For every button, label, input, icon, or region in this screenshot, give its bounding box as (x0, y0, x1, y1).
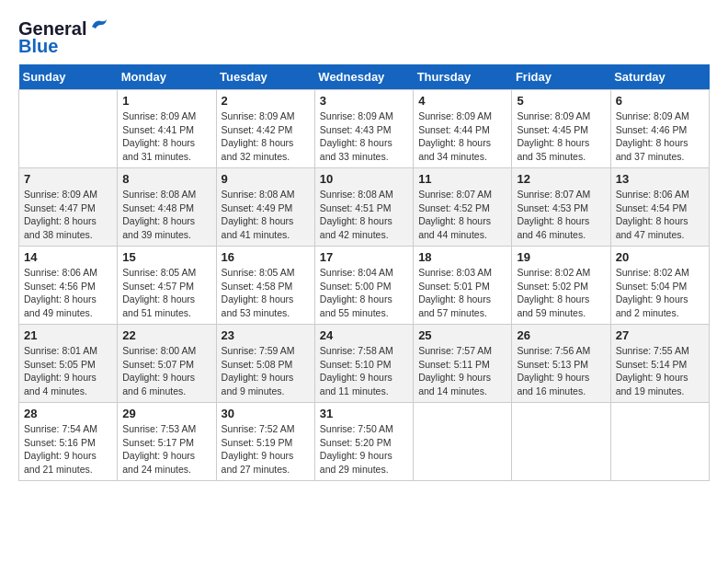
day-info: Sunrise: 8:09 AMSunset: 4:42 PMDaylight:… (222, 109, 310, 164)
day-info: Sunrise: 8:05 AMSunset: 4:57 PMDaylight:… (122, 266, 210, 320)
day-cell: 17Sunrise: 8:04 AMSunset: 5:00 PMDayligh… (314, 247, 413, 325)
day-number: 8 (122, 172, 210, 186)
day-number: 22 (122, 328, 210, 342)
day-number: 16 (222, 250, 310, 264)
day-number: 28 (24, 407, 112, 420)
day-cell: 16Sunrise: 8:05 AMSunset: 4:58 PMDayligh… (216, 247, 314, 325)
day-number: 25 (418, 328, 506, 342)
logo-blue-text: Blue (18, 36, 58, 57)
day-number: 31 (320, 407, 408, 420)
day-cell (610, 403, 709, 481)
day-cell: 14Sunrise: 8:06 AMSunset: 4:56 PMDayligh… (19, 247, 118, 325)
day-number: 6 (616, 94, 704, 108)
day-cell: 18Sunrise: 8:03 AMSunset: 5:01 PMDayligh… (414, 247, 512, 325)
day-info: Sunrise: 8:08 AMSunset: 4:51 PMDaylight:… (320, 188, 408, 242)
day-info: Sunrise: 8:09 AMSunset: 4:44 PMDaylight:… (418, 109, 506, 164)
day-info: Sunrise: 7:59 AMSunset: 5:08 PMDaylight:… (222, 344, 310, 398)
day-number: 26 (517, 328, 605, 342)
day-info: Sunrise: 8:04 AMSunset: 5:00 PMDaylight:… (320, 266, 408, 320)
week-row-4: 21Sunrise: 8:01 AMSunset: 5:05 PMDayligh… (19, 325, 710, 403)
day-info: Sunrise: 7:52 AMSunset: 5:19 PMDaylight:… (222, 422, 310, 477)
day-number: 11 (418, 172, 506, 186)
day-cell: 1Sunrise: 8:09 AMSunset: 4:41 PMDaylight… (118, 90, 216, 168)
page-header: General Blue (18, 18, 710, 57)
day-header-friday: Friday (512, 64, 610, 90)
day-number: 7 (24, 172, 112, 186)
day-cell: 5Sunrise: 8:09 AMSunset: 4:45 PMDaylight… (512, 90, 610, 168)
day-header-tuesday: Tuesday (216, 64, 314, 90)
day-cell: 22Sunrise: 8:00 AMSunset: 5:07 PMDayligh… (118, 325, 216, 403)
day-info: Sunrise: 8:09 AMSunset: 4:45 PMDaylight:… (517, 109, 605, 164)
day-number: 21 (24, 328, 112, 342)
day-cell: 10Sunrise: 8:08 AMSunset: 4:51 PMDayligh… (314, 168, 413, 247)
week-row-2: 7Sunrise: 8:09 AMSunset: 4:47 PMDaylight… (19, 168, 710, 247)
day-cell: 30Sunrise: 7:52 AMSunset: 5:19 PMDayligh… (216, 403, 314, 481)
day-info: Sunrise: 8:00 AMSunset: 5:07 PMDaylight:… (122, 344, 210, 398)
day-info: Sunrise: 8:05 AMSunset: 4:58 PMDaylight:… (222, 266, 310, 320)
day-info: Sunrise: 8:08 AMSunset: 4:48 PMDaylight:… (122, 188, 210, 242)
day-number: 9 (222, 172, 310, 186)
day-info: Sunrise: 8:08 AMSunset: 4:49 PMDaylight:… (222, 188, 310, 242)
day-info: Sunrise: 7:53 AMSunset: 5:17 PMDaylight:… (122, 422, 210, 477)
day-cell: 19Sunrise: 8:02 AMSunset: 5:02 PMDayligh… (512, 247, 610, 325)
day-number: 14 (24, 250, 112, 264)
day-cell: 2Sunrise: 8:09 AMSunset: 4:42 PMDaylight… (216, 90, 314, 168)
day-cell: 15Sunrise: 8:05 AMSunset: 4:57 PMDayligh… (118, 247, 216, 325)
day-cell: 28Sunrise: 7:54 AMSunset: 5:16 PMDayligh… (19, 403, 118, 481)
day-cell (512, 403, 610, 481)
day-number: 3 (320, 94, 408, 108)
day-number: 23 (222, 328, 310, 342)
day-number: 20 (616, 250, 704, 264)
day-info: Sunrise: 8:09 AMSunset: 4:43 PMDaylight:… (320, 109, 408, 164)
day-info: Sunrise: 8:07 AMSunset: 4:52 PMDaylight:… (418, 188, 506, 242)
calendar-table: SundayMondayTuesdayWednesdayThursdayFrid… (18, 64, 710, 481)
day-cell: 9Sunrise: 8:08 AMSunset: 4:49 PMDaylight… (216, 168, 314, 247)
day-number: 1 (122, 94, 210, 108)
day-header-sunday: Sunday (19, 64, 118, 90)
day-number: 17 (320, 250, 408, 264)
day-header-monday: Monday (118, 64, 216, 90)
day-info: Sunrise: 7:58 AMSunset: 5:10 PMDaylight:… (320, 344, 408, 398)
day-cell: 24Sunrise: 7:58 AMSunset: 5:10 PMDayligh… (314, 325, 413, 403)
day-header-wednesday: Wednesday (314, 64, 413, 90)
day-number: 29 (122, 407, 210, 420)
day-info: Sunrise: 7:55 AMSunset: 5:14 PMDaylight:… (616, 344, 704, 398)
logo: General Blue (18, 18, 108, 57)
day-cell: 8Sunrise: 8:08 AMSunset: 4:48 PMDaylight… (118, 168, 216, 247)
day-number: 19 (517, 250, 605, 264)
day-number: 5 (517, 94, 605, 108)
day-cell: 12Sunrise: 8:07 AMSunset: 4:53 PMDayligh… (512, 168, 610, 247)
day-number: 30 (222, 407, 310, 420)
day-cell: 3Sunrise: 8:09 AMSunset: 4:43 PMDaylight… (314, 90, 413, 168)
day-header-saturday: Saturday (610, 64, 709, 90)
day-info: Sunrise: 7:54 AMSunset: 5:16 PMDaylight:… (24, 422, 112, 477)
day-cell: 29Sunrise: 7:53 AMSunset: 5:17 PMDayligh… (118, 403, 216, 481)
day-info: Sunrise: 7:50 AMSunset: 5:20 PMDaylight:… (320, 422, 408, 477)
day-cell: 31Sunrise: 7:50 AMSunset: 5:20 PMDayligh… (314, 403, 413, 481)
week-row-5: 28Sunrise: 7:54 AMSunset: 5:16 PMDayligh… (19, 403, 710, 481)
day-info: Sunrise: 7:57 AMSunset: 5:11 PMDaylight:… (418, 344, 506, 398)
day-cell (414, 403, 512, 481)
day-info: Sunrise: 8:02 AMSunset: 5:04 PMDaylight:… (616, 266, 704, 320)
days-header-row: SundayMondayTuesdayWednesdayThursdayFrid… (19, 64, 710, 90)
day-cell: 20Sunrise: 8:02 AMSunset: 5:04 PMDayligh… (610, 247, 709, 325)
week-row-3: 14Sunrise: 8:06 AMSunset: 4:56 PMDayligh… (19, 247, 710, 325)
day-cell: 23Sunrise: 7:59 AMSunset: 5:08 PMDayligh… (216, 325, 314, 403)
day-cell: 11Sunrise: 8:07 AMSunset: 4:52 PMDayligh… (414, 168, 512, 247)
logo-bird-icon (88, 17, 108, 36)
day-cell: 13Sunrise: 8:06 AMSunset: 4:54 PMDayligh… (610, 168, 709, 247)
day-info: Sunrise: 8:02 AMSunset: 5:02 PMDaylight:… (517, 266, 605, 320)
day-number: 27 (616, 328, 704, 342)
day-info: Sunrise: 8:07 AMSunset: 4:53 PMDaylight:… (517, 188, 605, 242)
day-cell: 4Sunrise: 8:09 AMSunset: 4:44 PMDaylight… (414, 90, 512, 168)
day-cell (19, 90, 118, 168)
day-info: Sunrise: 8:09 AMSunset: 4:41 PMDaylight:… (122, 109, 210, 164)
day-number: 18 (418, 250, 506, 264)
day-number: 24 (320, 328, 408, 342)
day-cell: 7Sunrise: 8:09 AMSunset: 4:47 PMDaylight… (19, 168, 118, 247)
day-info: Sunrise: 8:01 AMSunset: 5:05 PMDaylight:… (24, 344, 112, 398)
day-info: Sunrise: 8:09 AMSunset: 4:47 PMDaylight:… (24, 188, 112, 242)
day-number: 15 (122, 250, 210, 264)
day-number: 10 (320, 172, 408, 186)
day-info: Sunrise: 8:09 AMSunset: 4:46 PMDaylight:… (616, 109, 704, 164)
